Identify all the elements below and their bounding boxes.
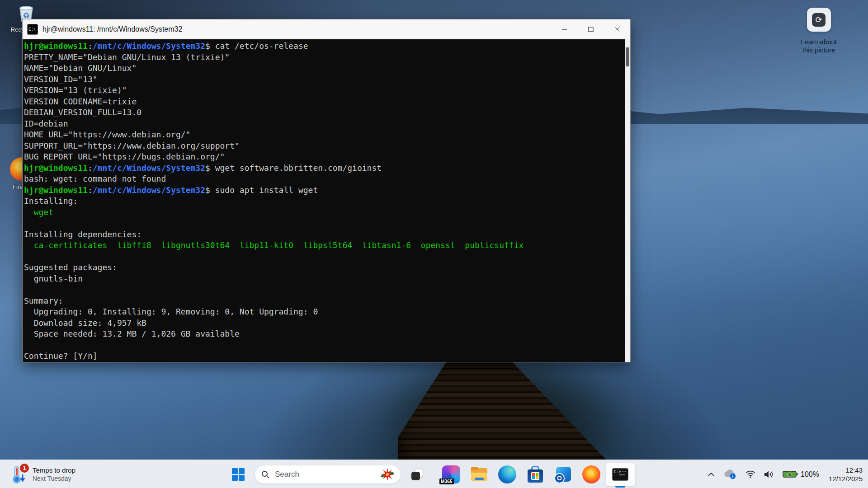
windows-logo-icon <box>232 468 245 481</box>
clock-date: 12/12/2025 <box>829 474 863 483</box>
taskbar-item-m365-copilot[interactable]: M365 <box>437 463 465 486</box>
terminal-line: hjr@windows11:/mnt/c/Windows/System32$ c… <box>24 41 625 52</box>
minimize-button[interactable] <box>552 19 578 39</box>
clock-time: 12:43 <box>829 466 863 474</box>
m365-badge: M365 <box>439 479 454 484</box>
scrollbar-thumb[interactable] <box>626 47 629 66</box>
notification-badge: 1 <box>20 464 29 473</box>
volume-button[interactable] <box>763 465 775 483</box>
taskbar: 1 Temps to drop Next Tuesday <box>0 460 868 488</box>
file-explorer-icon <box>470 465 488 483</box>
terminal-line: VERSION_ID="13" <box>24 74 625 85</box>
window-title: hjr@windows11: /mnt/c/Windows/System32 <box>42 25 552 33</box>
learn-about-picture-widget: ⟳ Learn about this picture <box>789 8 848 54</box>
maximize-icon <box>588 27 594 32</box>
taskbar-center: M365 O <box>227 460 635 488</box>
terminal-line: hjr@windows11:/mnt/c/Windows/System32$ s… <box>24 185 625 196</box>
wifi-button[interactable] <box>745 465 756 483</box>
firefox-icon <box>582 465 600 483</box>
learn-about-line1: Learn about <box>789 38 848 46</box>
terminal-line: wget <box>24 207 625 218</box>
taskbar-item-microsoft-store[interactable] <box>521 463 549 486</box>
taskbar-item-file-explorer[interactable] <box>465 463 493 486</box>
window-titlebar[interactable]: C:\ hjr@windows11: /mnt/c/Windows/System… <box>23 19 630 39</box>
search-icon <box>261 470 269 479</box>
terminal-line: Suggested packages: <box>24 262 625 273</box>
microsoft-store-icon <box>526 465 544 483</box>
terminal-line: Continue? [Y/n] <box>24 351 625 362</box>
weather-widget[interactable]: 1 Temps to drop Next Tuesday <box>10 460 75 488</box>
close-icon <box>614 27 620 32</box>
taskbar-clock[interactable]: 12:43 12/12/2025 <box>829 466 863 483</box>
wifi-icon <box>745 470 755 478</box>
refresh-picture-icon: ⟳ <box>812 13 826 27</box>
terminal-line: SUPPORT_URL="https://www.debian.org/supp… <box>24 141 625 152</box>
taskbar-item-firefox[interactable] <box>577 463 605 486</box>
maximize-button[interactable] <box>578 19 604 39</box>
battery-button[interactable]: 100% <box>782 465 820 483</box>
edge-icon <box>498 465 516 483</box>
poinsettia-flower-icon <box>381 468 394 481</box>
terminal-scrollbar[interactable] <box>625 39 630 362</box>
learn-about-picture-text: Learn about this picture <box>789 38 848 54</box>
hidden-icons-button[interactable] <box>707 465 716 483</box>
terminal-window: C:\ hjr@windows11: /mnt/c/Windows/System… <box>22 19 631 362</box>
terminal-line: DEBIAN_VERSION_FULL=13.0 <box>24 107 625 118</box>
terminal-line: hjr@windows11:/mnt/c/Windows/System32$ w… <box>24 163 625 174</box>
task-view-button[interactable] <box>406 463 428 486</box>
window-controls <box>552 19 630 39</box>
outlook-icon: O <box>554 465 572 483</box>
onedrive-cloud-icon <box>723 469 737 479</box>
terminal-app-icon: C:\ <box>27 24 38 35</box>
terminal-line <box>24 251 625 263</box>
running-indicator <box>615 486 625 488</box>
weather-subtitle: Next Tuesday <box>33 474 75 483</box>
terminal-taskbar-icon: C:\ ••• <box>612 468 628 481</box>
battery-charging-icon <box>783 470 798 478</box>
terminal-line: ID=debian <box>24 118 625 130</box>
terminal-line: PRETTY_NAME="Debian GNU/Linux 13 (trixie… <box>24 52 625 63</box>
weather-title: Temps to drop <box>33 466 75 474</box>
search-box[interactable] <box>255 465 401 484</box>
weather-text: Temps to drop Next Tuesday <box>33 466 75 483</box>
m365-copilot-icon: M365 <box>442 465 460 483</box>
system-tray: 100% 12:43 12/12/2025 <box>707 460 863 488</box>
terminal-line: Installing: <box>24 196 625 207</box>
taskbar-item-edge[interactable] <box>493 463 521 486</box>
terminal-line: Upgrading: 0, Installing: 9, Removing: 0… <box>24 306 625 318</box>
terminal-output: hjr@windows11:/mnt/c/Windows/System32$ c… <box>24 41 625 362</box>
taskbar-item-terminal-active[interactable]: C:\ ••• <box>605 463 635 486</box>
terminal-line: VERSION="13 (trixie)" <box>24 85 625 96</box>
terminal-line: ca-certificates libffi8 libgnutls30t64 l… <box>24 240 625 251</box>
chevron-up-icon <box>708 472 715 477</box>
terminal-line: VERSION_CODENAME=trixie <box>24 96 625 108</box>
learn-about-picture-button[interactable]: ⟳ <box>807 8 831 32</box>
terminal-line: BUG_REPORT_URL="https://bugs.debian.org/… <box>24 151 625 163</box>
terminal-line: HOME_URL="https://www.debian.org/" <box>24 129 625 141</box>
terminal-line <box>24 284 625 296</box>
onedrive-button[interactable] <box>722 465 738 483</box>
task-view-icon <box>411 469 423 480</box>
terminal-line: Space needed: 13.2 MB / 1,026 GB availab… <box>24 328 625 340</box>
terminal-line: Summary: <box>24 296 625 307</box>
terminal-line <box>24 340 625 351</box>
terminal-content[interactable]: hjr@windows11:/mnt/c/Windows/System32$ c… <box>23 39 625 362</box>
terminal-line: gnutls-bin <box>24 273 625 285</box>
minimize-icon <box>562 27 567 32</box>
learn-about-line2: this picture <box>789 46 848 54</box>
terminal-line <box>24 218 625 229</box>
terminal-line: Installing dependencies: <box>24 229 625 240</box>
battery-percent: 100% <box>801 470 819 479</box>
terminal-line: Download size: 4,957 kB <box>24 318 625 329</box>
taskbar-item-outlook[interactable]: O <box>549 463 577 486</box>
terminal-line: NAME="Debian GNU/Linux" <box>24 63 625 74</box>
speaker-icon <box>764 470 774 479</box>
search-input[interactable] <box>275 470 381 479</box>
terminal-line: bash: wget: command not found <box>24 174 625 185</box>
close-button[interactable] <box>604 19 630 39</box>
start-button[interactable] <box>227 463 249 486</box>
